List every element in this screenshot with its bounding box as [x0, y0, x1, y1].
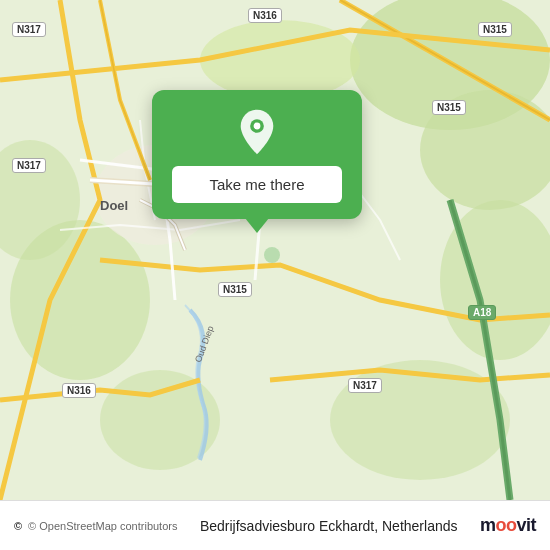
- road-badge-n315-mid-right: N315: [432, 100, 466, 115]
- svg-text:Doel: Doel: [100, 198, 128, 213]
- take-me-there-button[interactable]: Take me there: [172, 166, 342, 203]
- road-badge-n315-top-right: N315: [478, 22, 512, 37]
- road-badge-n316-top: N316: [248, 8, 282, 23]
- footer-left: © © OpenStreetMap contributors: [14, 520, 177, 532]
- svg-point-14: [254, 123, 261, 130]
- road-badge-n317-top: N317: [12, 22, 46, 37]
- footer: © © OpenStreetMap contributors Bedrijfsa…: [0, 500, 550, 550]
- osm-text: © OpenStreetMap contributors: [28, 520, 177, 532]
- osm-logo: ©: [14, 520, 22, 532]
- road-badge-a18: A18: [468, 305, 496, 320]
- moovit-logo: moovit: [480, 515, 536, 536]
- road-badge-n317-bottom: N317: [348, 378, 382, 393]
- popup-card: Take me there: [152, 90, 362, 219]
- road-badge-n317-mid: N317: [12, 158, 46, 173]
- location-name: Bedrijfsadviesburo Eckhardt, Netherlands: [200, 518, 458, 534]
- map-container: Doel Oud Diep N317 N316 N315 N315 N317 N…: [0, 0, 550, 500]
- road-badge-n315-center: N315: [218, 282, 252, 297]
- location-pin-icon: [233, 108, 281, 156]
- map-background: Doel Oud Diep: [0, 0, 550, 500]
- svg-point-10: [264, 247, 280, 263]
- road-badge-n316-bottom: N316: [62, 383, 96, 398]
